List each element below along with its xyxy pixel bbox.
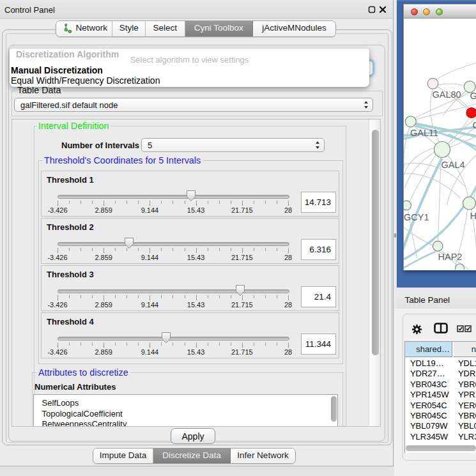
svg-text:GAL11: GAL11 <box>410 128 438 138</box>
svg-text:C: C <box>472 120 476 130</box>
svg-text:H: H <box>470 211 476 221</box>
svg-text:GAL80: GAL80 <box>432 89 461 100</box>
svg-text:GAL4: GAL4 <box>441 160 464 170</box>
svg-text:HAP2: HAP2 <box>438 252 462 262</box>
svg-text:G.: G. <box>470 91 476 101</box>
svg-text:GCY1: GCY1 <box>404 212 429 222</box>
